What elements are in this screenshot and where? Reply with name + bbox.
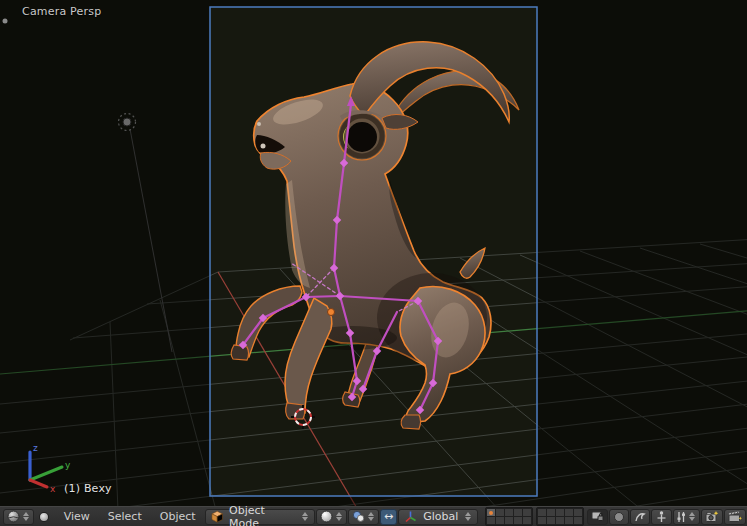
falloff-curve-icon bbox=[634, 511, 646, 523]
stepper-arrows bbox=[688, 511, 696, 523]
layer-cell[interactable] bbox=[565, 509, 573, 516]
layer-cell[interactable] bbox=[547, 517, 555, 524]
layer-cell[interactable] bbox=[487, 517, 495, 524]
stepper-arrows bbox=[464, 511, 472, 523]
orientation-dropdown-label: Global bbox=[419, 510, 462, 523]
pivot-point-dropdown[interactable] bbox=[348, 509, 379, 525]
view-name-label: Camera Persp bbox=[22, 5, 101, 18]
active-object-label: (1) Bexy bbox=[64, 482, 112, 495]
stepper-arrows bbox=[367, 511, 375, 523]
object-mode-cube-icon bbox=[211, 510, 223, 523]
layer-group bbox=[485, 507, 533, 526]
proportional-editing-icon bbox=[613, 511, 625, 523]
translate-manipulator-icon: ↔ bbox=[384, 511, 393, 522]
snap-element-dropdown[interactable] bbox=[673, 509, 700, 525]
menu-view[interactable]: View bbox=[55, 510, 99, 523]
viewport-header: View Select Object Object Mode ↔ bbox=[0, 506, 747, 526]
proportional-editing-button[interactable] bbox=[609, 509, 629, 525]
gizmo-y-label: y bbox=[65, 460, 71, 470]
gizmo-z-label: z bbox=[33, 443, 38, 453]
object-origin-dot bbox=[328, 309, 335, 316]
layer-cell[interactable] bbox=[556, 517, 564, 524]
rear-near-hoof bbox=[401, 415, 420, 429]
3d-viewport[interactable]: z y x Camera Persp (1) Bexy bbox=[0, 0, 747, 506]
axes-icon bbox=[404, 510, 417, 523]
menu-object[interactable]: Object bbox=[151, 510, 205, 523]
layer-cell[interactable] bbox=[523, 517, 531, 524]
layer-cell[interactable] bbox=[556, 509, 564, 516]
layer-cell[interactable] bbox=[574, 509, 582, 516]
menu-collapse-toggle[interactable] bbox=[39, 512, 49, 522]
stepper-arrows bbox=[301, 511, 309, 523]
raised-front-hoof bbox=[231, 345, 248, 360]
mode-dropdown-label: Object Mode bbox=[225, 504, 299, 526]
header-collapse-dot[interactable] bbox=[3, 19, 8, 24]
layer-cell[interactable] bbox=[574, 517, 582, 524]
layer-cell[interactable] bbox=[565, 517, 573, 524]
layer-cell[interactable] bbox=[538, 517, 546, 524]
layer-cell[interactable] bbox=[514, 517, 522, 524]
stepper-arrows bbox=[335, 511, 343, 523]
opengl-render-image-button[interactable] bbox=[701, 509, 723, 525]
layer-cell[interactable] bbox=[487, 509, 495, 516]
shading-dropdown[interactable] bbox=[316, 509, 347, 525]
pivot-point-icon bbox=[352, 510, 365, 523]
scene-lock-button[interactable] bbox=[587, 509, 608, 525]
opengl-render-animation-button[interactable] bbox=[724, 509, 746, 525]
opengl-render-camera-icon bbox=[705, 510, 719, 523]
menu-select[interactable]: Select bbox=[99, 510, 151, 523]
snap-button[interactable] bbox=[651, 509, 672, 525]
layer-group bbox=[536, 507, 584, 526]
viewport-shading-sphere-icon bbox=[320, 510, 333, 523]
layer-cell[interactable] bbox=[505, 517, 513, 524]
gizmo-x-label: x bbox=[50, 484, 56, 494]
proportional-falloff-button[interactable] bbox=[630, 509, 650, 525]
layer-cell[interactable] bbox=[523, 509, 531, 516]
manipulator-toggle[interactable]: ↔ bbox=[380, 509, 397, 525]
layer-cell[interactable] bbox=[547, 509, 555, 516]
stepper-arrows bbox=[22, 511, 30, 523]
layer-cell[interactable] bbox=[505, 509, 513, 516]
layer-cell[interactable] bbox=[514, 509, 522, 516]
mode-dropdown[interactable]: Object Mode bbox=[205, 509, 315, 525]
snap-element-icon bbox=[677, 511, 686, 523]
viewport-canvas[interactable]: z y x bbox=[0, 0, 747, 506]
layer-cell[interactable] bbox=[496, 517, 504, 524]
front-planted-leg bbox=[285, 298, 332, 413]
goat-mesh[interactable] bbox=[231, 42, 519, 429]
layer-cell[interactable] bbox=[538, 509, 546, 516]
layer-cell[interactable] bbox=[496, 509, 504, 516]
scene-lock-icon bbox=[591, 510, 604, 523]
3d-view-editor-icon bbox=[7, 510, 20, 523]
ear bbox=[382, 115, 418, 130]
orientation-dropdown[interactable]: Global bbox=[398, 509, 478, 525]
opengl-render-clapper-icon bbox=[728, 510, 742, 523]
tail bbox=[460, 248, 485, 278]
snap-icon bbox=[655, 510, 668, 523]
editor-type-button[interactable] bbox=[3, 509, 34, 525]
